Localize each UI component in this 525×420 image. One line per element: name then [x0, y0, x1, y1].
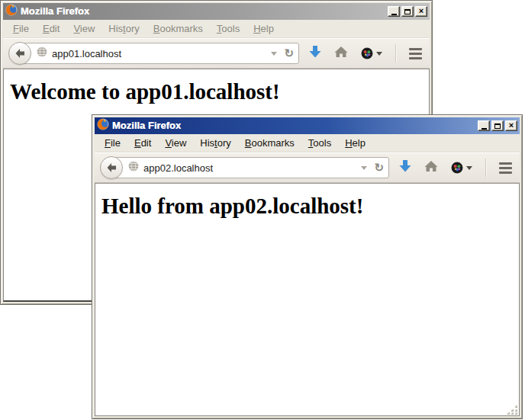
- menu-item-help[interactable]: Help: [246, 21, 281, 37]
- home-icon: [424, 160, 438, 172]
- maximize-button[interactable]: [401, 6, 414, 17]
- maximize-button[interactable]: [491, 120, 504, 131]
- close-icon: ×: [509, 121, 514, 130]
- download-button[interactable]: [309, 45, 321, 62]
- firefox-window-app02: Mozilla Firefox × FileEditViewHistoryBoo…: [92, 114, 523, 419]
- minimize-button[interactable]: [388, 6, 400, 17]
- menu-item-file[interactable]: File: [98, 135, 127, 151]
- title-bar[interactable]: Mozilla Firefox ×: [95, 117, 520, 134]
- hamburger-icon: [409, 48, 422, 50]
- minimize-button[interactable]: [478, 120, 490, 131]
- url-input[interactable]: app02.localhost ↻: [111, 157, 389, 178]
- color-lens-icon: [451, 162, 463, 174]
- menu-item-tools[interactable]: Tools: [210, 21, 246, 37]
- reload-icon[interactable]: ↻: [374, 162, 384, 173]
- chevron-down-icon: [376, 52, 382, 56]
- globe-icon: [37, 46, 47, 60]
- home-icon: [334, 46, 348, 58]
- navigation-toolbar: app01.localhost ↻: [3, 38, 430, 69]
- page-heading: Hello from app02.localhost!: [101, 193, 513, 220]
- menu-hamburger-button[interactable]: [409, 46, 422, 61]
- page-heading: Welcome to app01.localhost!: [10, 79, 423, 105]
- back-arrow-icon: [105, 162, 118, 174]
- home-button[interactable]: [424, 160, 438, 175]
- page-content: Hello from app02.localhost!: [95, 183, 520, 416]
- urlbar-dropdown-icon[interactable]: [271, 52, 277, 56]
- back-button[interactable]: [100, 156, 123, 179]
- menu-item-edit[interactable]: Edit: [127, 135, 158, 151]
- back-arrow-icon: [14, 47, 26, 59]
- menu-item-tools[interactable]: Tools: [301, 135, 338, 151]
- menu-item-view[interactable]: View: [66, 21, 101, 37]
- navigation-toolbar: app02.localhost ↻: [95, 152, 520, 183]
- window-title: Mozilla Firefox: [21, 3, 385, 20]
- close-icon: ×: [419, 7, 424, 15]
- reload-icon[interactable]: ↻: [284, 47, 294, 59]
- menu-item-file[interactable]: File: [6, 21, 36, 37]
- download-arrow-icon: [399, 159, 411, 173]
- menu-item-history[interactable]: History: [193, 135, 237, 151]
- close-button[interactable]: ×: [415, 6, 427, 17]
- urlbar-dropdown-icon[interactable]: [361, 166, 367, 170]
- toolbar-separator: [395, 44, 396, 63]
- extension-button[interactable]: [361, 47, 382, 59]
- window-title: Mozilla Firefox: [112, 117, 475, 134]
- menu-hamburger-button[interactable]: [499, 161, 512, 175]
- maximize-icon: [494, 123, 501, 129]
- hamburger-icon: [499, 162, 512, 165]
- chevron-down-icon: [466, 166, 472, 170]
- desktop: { "colors": { "desktop_bg": "#ffffff", "…: [0, 0, 525, 420]
- menu-item-history[interactable]: History: [101, 21, 146, 37]
- extension-button[interactable]: [451, 162, 472, 174]
- close-button[interactable]: ×: [505, 120, 517, 131]
- globe-icon: [128, 161, 139, 175]
- download-button[interactable]: [399, 159, 411, 176]
- menu-bar: FileEditViewHistoryBookmarksToolsHelp: [3, 20, 430, 38]
- menu-bar: FileEditViewHistoryBookmarksToolsHelp: [95, 134, 520, 152]
- menu-item-edit[interactable]: Edit: [36, 21, 66, 37]
- url-text: app02.localhost: [143, 162, 356, 174]
- toolbar-separator: [485, 159, 486, 177]
- color-lens-icon: [361, 47, 373, 59]
- menu-item-bookmarks[interactable]: Bookmarks: [238, 135, 301, 151]
- menu-item-help[interactable]: Help: [338, 135, 372, 151]
- url-text: app01.localhost: [52, 48, 266, 59]
- home-button[interactable]: [334, 46, 348, 61]
- title-bar[interactable]: Mozilla Firefox ×: [3, 3, 430, 20]
- back-button[interactable]: [8, 42, 31, 65]
- minimize-icon: [391, 14, 397, 15]
- maximize-icon: [404, 9, 411, 14]
- menu-item-view[interactable]: View: [158, 135, 193, 151]
- menu-item-bookmarks[interactable]: Bookmarks: [147, 21, 210, 37]
- download-arrow-icon: [309, 45, 321, 59]
- firefox-logo-icon: [97, 118, 109, 133]
- minimize-icon: [482, 128, 487, 130]
- resize-grip[interactable]: [507, 403, 518, 415]
- url-input[interactable]: app01.localhost ↻: [19, 43, 299, 64]
- firefox-logo-icon: [5, 4, 18, 19]
